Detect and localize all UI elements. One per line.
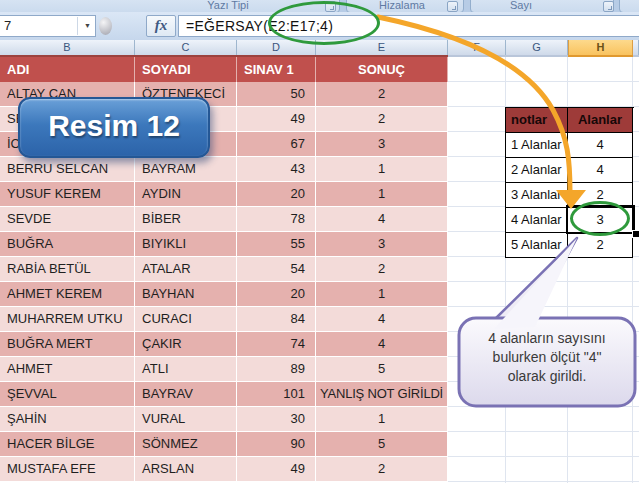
cell-sinav[interactable]: 20 <box>237 282 316 307</box>
cell-adi[interactable]: YUSUF KEREM <box>0 182 135 207</box>
cell-sonuc[interactable]: 4 <box>316 307 448 332</box>
insert-function-button[interactable]: fx <box>146 15 176 37</box>
table-row: YUSUF KEREMAYDIN201 <box>0 182 448 207</box>
cell-soyadi[interactable]: ATLI <box>135 357 237 382</box>
cell-sinav[interactable]: 43 <box>237 157 316 182</box>
cell-sinav[interactable]: 50 <box>237 82 316 107</box>
cell-sinav[interactable]: 55 <box>237 232 316 257</box>
cell-sinav[interactable]: 54 <box>237 257 316 282</box>
cell-sinav[interactable]: 101 <box>237 382 316 407</box>
cell-adi[interactable]: RABİA BETÜL <box>0 257 135 282</box>
name-box-value: 7 <box>4 16 11 36</box>
dialog-launcher-icon[interactable] <box>447 1 458 12</box>
cell-sonuc[interactable]: 4 <box>316 207 448 232</box>
cell-soyadi[interactable]: CURACI <box>135 307 237 332</box>
cell-soyadi[interactable]: SÖNMEZ <box>135 432 237 457</box>
cell-sinav[interactable]: 49 <box>237 107 316 132</box>
ribbon-group-label-alignment: Hizalama <box>379 0 425 11</box>
header-cell-sonuc[interactable]: SONUÇ <box>316 57 448 82</box>
cell-sinav[interactable]: 20 <box>237 182 316 207</box>
cell-sonuc[interactable]: 1 <box>316 157 448 182</box>
cell-sonuc[interactable]: 3 <box>316 232 448 257</box>
chevron-down-icon[interactable]: ▼ <box>80 16 95 36</box>
cell-sinav[interactable]: 84 <box>237 307 316 332</box>
cell-sonuc[interactable]: 5 <box>316 432 448 457</box>
cell-soyadi[interactable]: BAYRAM <box>135 157 237 182</box>
cell-soyadi[interactable]: ARSLAN <box>135 457 237 482</box>
header-cell-sinav1[interactable]: SINAV 1 <box>237 57 316 82</box>
header-cell-notlar[interactable]: notlar <box>506 108 568 133</box>
cell-alan-count[interactable]: 4 <box>568 158 633 183</box>
cell-sinav[interactable]: 78 <box>237 207 316 232</box>
table-row: AHMETATLI895 <box>0 357 448 382</box>
callout-text: 4 alanların sayısını bulurken ölçüt "4" … <box>463 329 631 386</box>
resim-badge[interactable]: Resim 12 <box>18 97 210 158</box>
cell-sinav[interactable]: 74 <box>237 332 316 357</box>
cell-not-label[interactable]: 1 Alanlar <box>506 133 568 158</box>
cell-soyadi[interactable]: VURAL <box>135 407 237 432</box>
cell-adi[interactable]: SEVDE <box>0 207 135 232</box>
cell-sonuc[interactable]: 2 <box>316 257 448 282</box>
column-header-c[interactable]: C <box>135 40 237 55</box>
dialog-launcher-icon[interactable] <box>603 1 614 12</box>
table-row: ŞAHİNVURAL301 <box>0 407 448 432</box>
cell-adi[interactable]: BUĞRA <box>0 232 135 257</box>
fill-handle[interactable] <box>632 230 639 238</box>
column-header-f[interactable]: F <box>448 40 506 55</box>
cell-alan-count[interactable]: 4 <box>568 133 633 158</box>
cell-adi[interactable]: AHMET <box>0 357 135 382</box>
cell-sonuc[interactable]: YANLIŞ NOT GİRİLDİ <box>316 382 448 407</box>
cell-sonuc[interactable]: 1 <box>316 182 448 207</box>
cell-sinav[interactable]: 67 <box>237 132 316 157</box>
cell-sonuc[interactable]: 2 <box>316 82 448 107</box>
ribbon-group-label-font: Yazı Tipi <box>207 0 248 11</box>
header-cell-soyadi[interactable]: SOYADI <box>135 57 237 82</box>
cell-sinav[interactable]: 89 <box>237 357 316 382</box>
cell-highlight-ellipse <box>570 201 630 236</box>
formula-bar-splitter[interactable] <box>99 17 112 35</box>
cell-adi[interactable]: BERRU SELCAN <box>0 157 135 182</box>
cell-soyadi[interactable]: ÇAKIR <box>135 332 237 357</box>
cell-adi[interactable]: MUSTAFA EFE <box>0 457 135 482</box>
column-header-h-selected[interactable]: H <box>568 40 633 55</box>
ribbon-group-label-number: Sayı <box>510 0 532 11</box>
table-row: SEVDEBİBER784 <box>0 207 448 232</box>
header-cell-alanlar[interactable]: Alanlar <box>568 108 633 133</box>
cell-adi[interactable]: ŞEVVAL <box>0 382 135 407</box>
results-row: 5 Alanlar2 <box>506 233 634 258</box>
column-header-g[interactable]: G <box>506 40 568 55</box>
cell-adi[interactable]: MUHARREM UTKU <box>0 307 135 332</box>
cell-not-label[interactable]: 2 Alanlar <box>506 158 568 183</box>
cell-not-label[interactable]: 5 Alanlar <box>506 233 568 258</box>
cell-adi[interactable]: AHMET KEREM <box>0 282 135 307</box>
cell-sonuc[interactable]: 1 <box>316 282 448 307</box>
cell-alan-count[interactable]: 2 <box>568 233 633 258</box>
results-table: notlar Alanlar 1 Alanlar42 Alanlar43 Ala… <box>505 107 634 258</box>
cell-not-label[interactable]: 4 Alanlar <box>506 208 568 233</box>
callout-line: olarak girildi. <box>463 367 631 386</box>
cell-soyadi[interactable]: BAYHAN <box>135 282 237 307</box>
cell-soyadi[interactable]: ATALAR <box>135 257 237 282</box>
cell-soyadi[interactable]: BAYRAV <box>135 382 237 407</box>
cell-sonuc[interactable]: 4 <box>316 332 448 357</box>
cell-soyadi[interactable]: AYDIN <box>135 182 237 207</box>
cell-soyadi[interactable]: BIYIKLI <box>135 232 237 257</box>
formula-input[interactable]: =EĞERSAY(E2:E17;4) <box>178 15 639 37</box>
cell-sinav[interactable]: 90 <box>237 432 316 457</box>
cell-adi[interactable]: ŞAHİN <box>0 407 135 432</box>
formula-highlight-ellipse <box>268 1 380 45</box>
cell-adi[interactable]: BUĞRA MERT <box>0 332 135 357</box>
column-header-b[interactable]: B <box>0 40 135 55</box>
cell-not-label[interactable]: 3 Alanlar <box>506 183 568 208</box>
cell-sinav[interactable]: 49 <box>237 457 316 482</box>
cell-sonuc[interactable]: 3 <box>316 132 448 157</box>
cell-sonuc[interactable]: 2 <box>316 457 448 482</box>
cell-sonuc[interactable]: 2 <box>316 107 448 132</box>
cell-sonuc[interactable]: 1 <box>316 407 448 432</box>
cell-sinav[interactable]: 30 <box>237 407 316 432</box>
cell-adi[interactable]: HACER BİLGE <box>0 432 135 457</box>
name-box[interactable]: 7 ▼ <box>0 15 96 37</box>
cell-sonuc[interactable]: 5 <box>316 357 448 382</box>
header-cell-adi[interactable]: ADI <box>0 57 135 82</box>
cell-soyadi[interactable]: BİBER <box>135 207 237 232</box>
